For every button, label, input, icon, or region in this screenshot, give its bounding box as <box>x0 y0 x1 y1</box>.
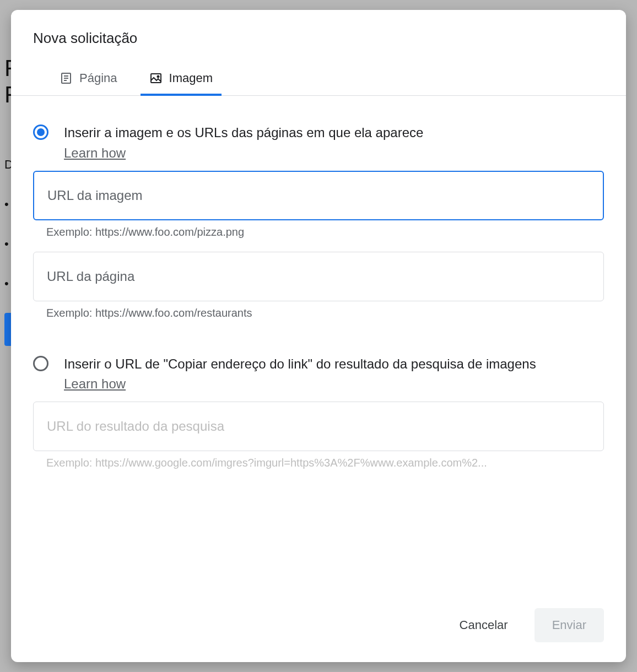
search-result-url-helper: Exemplo: https://www.google.com/imgres?i… <box>33 457 604 469</box>
image-url-input[interactable] <box>33 171 604 220</box>
option1-title: Inserir a imagem e os URLs das páginas e… <box>64 123 604 142</box>
search-result-url-input[interactable] <box>33 402 604 451</box>
page-icon <box>60 72 73 85</box>
tab-page-label: Página <box>79 71 117 85</box>
option2-title: Inserir o URL de "Copiar endereço do lin… <box>64 355 604 373</box>
tabs: Página Imagem <box>11 63 626 96</box>
learn-how-link-2[interactable]: Learn how <box>64 376 126 392</box>
submit-button[interactable]: Enviar <box>535 608 604 642</box>
image-icon <box>149 72 163 85</box>
radio-option-urls[interactable] <box>33 124 48 140</box>
dialog-title: Nova solicitação <box>33 30 604 47</box>
tab-image-label: Imagem <box>169 71 213 85</box>
cancel-button[interactable]: Cancelar <box>451 611 517 639</box>
page-url-input[interactable] <box>33 252 604 301</box>
radio-option-copy-link[interactable] <box>33 356 48 371</box>
new-request-dialog: Nova solicitação Página <box>11 10 626 662</box>
tab-image[interactable]: Imagem <box>145 63 217 95</box>
tab-page[interactable]: Página <box>55 63 122 95</box>
learn-how-link-1[interactable]: Learn how <box>64 145 126 161</box>
svg-point-5 <box>157 76 159 78</box>
page-url-helper: Exemplo: https://www.foo.com/restaurants <box>33 307 604 319</box>
image-url-helper: Exemplo: https://www.foo.com/pizza.png <box>33 226 604 239</box>
